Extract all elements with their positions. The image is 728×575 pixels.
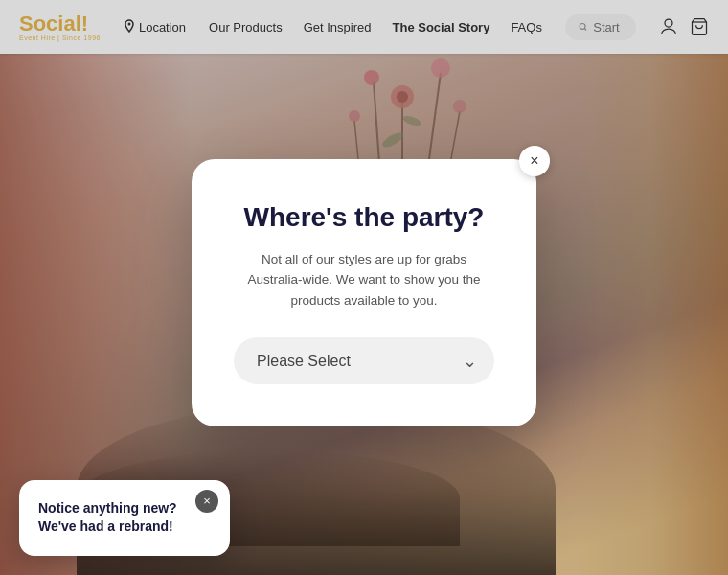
location-select-wrapper: Please Select New South Wales Victoria Q…	[234, 337, 494, 384]
modal-close-button[interactable]: ×	[519, 146, 550, 176]
location-modal: × Where's the party? Not all of our styl…	[192, 159, 536, 426]
location-select[interactable]: Please Select New South Wales Victoria Q…	[234, 337, 494, 384]
rebrand-popup: × Notice anything new?We've had a rebran…	[19, 480, 230, 556]
modal-title: Where's the party?	[234, 201, 494, 234]
rebrand-popup-text: Notice anything new?We've had a rebrand!	[38, 499, 192, 537]
modal-description: Not all of our styles are up for grabs A…	[234, 248, 494, 310]
rebrand-popup-close-button[interactable]: ×	[195, 490, 218, 513]
